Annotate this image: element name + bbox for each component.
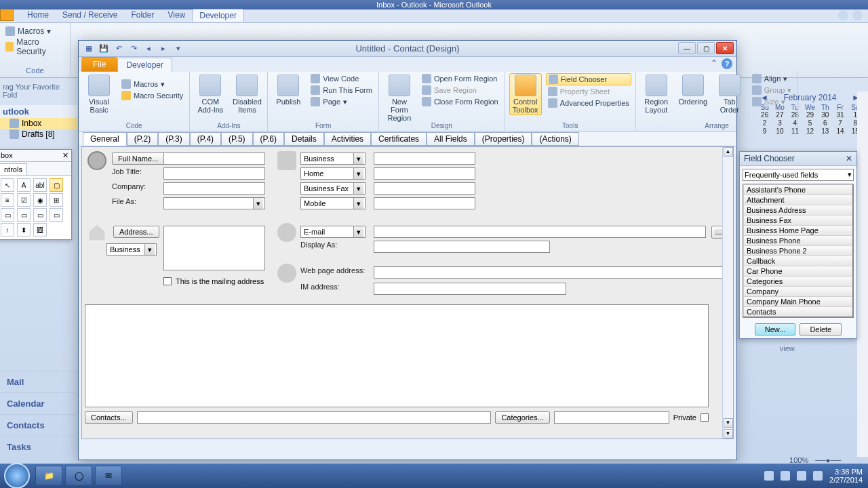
undo-icon[interactable]: ↶ [113,43,125,55]
qat-prev-icon[interactable]: ◂ [142,43,155,55]
field-category-dropdown[interactable]: Frequently-used fields [743,169,854,181]
form-page-tab[interactable]: Details [284,132,324,146]
tab-folder[interactable]: Folder [124,9,161,22]
frame-tool-icon[interactable]: ▭ [1,208,14,222]
new-field-button[interactable]: New... [755,323,796,336]
form-page-tab[interactable]: General [83,132,127,146]
form-page-tab[interactable]: (Actions) [532,132,578,146]
outlook-taskbar-icon[interactable]: ✉ [95,466,122,486]
form-page-tab[interactable]: (P.5) [221,132,252,146]
qat-next-icon[interactable]: ▸ [157,43,170,55]
toggle-tool-icon[interactable]: ⊞ [50,193,63,207]
tray-network-icon[interactable] [781,471,790,481]
favorites-placeholder[interactable]: rag Your Favorite Fold [0,80,77,102]
save-icon[interactable]: 💾 [98,43,110,55]
option-tool-icon[interactable]: ◉ [33,193,47,207]
scroll-up-icon[interactable]: ▲ [724,147,733,157]
macro-security-button[interactable]: Macro Security [119,90,185,101]
macro-security-button[interactable]: Macro Security [5,37,64,57]
scroll-down-icon[interactable]: ▼ [724,418,733,428]
new-form-region-button[interactable]: New Form Region [383,73,416,122]
web-address-input[interactable] [374,266,724,279]
field-item[interactable]: Business Fax [743,215,853,226]
nav-root[interactable]: utlook [0,105,77,118]
com-addins-button[interactable]: COM Add-Ins [194,73,226,114]
publish-button[interactable]: Publish [272,73,304,106]
cal-day[interactable]: 30 [818,111,832,119]
cal-day[interactable]: 12 [803,127,817,135]
form-page-tab[interactable]: All Fields [427,132,475,146]
windows-taskbar[interactable]: 📁 ◯ ✉ 3:38 PM 2/27/2014 [0,464,868,488]
mailing-address-checkbox[interactable] [163,277,172,285]
field-item[interactable]: Callback [743,256,853,266]
field-chooser-close-icon[interactable]: ✕ [846,154,852,163]
phone2-type-dropdown[interactable]: Home [300,167,366,180]
cal-day[interactable]: 13 [818,127,832,135]
minimize-button[interactable]: — [678,42,696,54]
size-dropdown[interactable]: Size ▾ [750,96,794,107]
company-input[interactable] [163,182,265,195]
notes-textarea[interactable] [85,304,709,407]
right-scrollbar[interactable] [857,92,868,457]
minimize-ribbon-icon[interactable] [838,10,848,20]
nav-contacts[interactable]: Contacts [0,414,77,436]
scrollbar-tool-icon[interactable]: ↕ [1,223,14,237]
contacts-button[interactable]: Contacts... [85,411,133,424]
close-button[interactable]: ✕ [716,42,734,54]
advanced-properties-button[interactable]: Advanced Properties [546,98,631,108]
full-name-input[interactable] [163,152,265,165]
controls-toolbox[interactable]: box✕ ntrols ↖ A abl ▢ ≡ ☑ ◉ ⊞ ▭ ▭ ▭ ▭ ↕ … [0,149,72,240]
display-as-input[interactable] [374,241,550,253]
field-item[interactable]: Business Home Page [743,225,853,236]
form-page-tab[interactable]: (Properties) [475,132,532,146]
tray-flag-icon[interactable] [764,471,774,481]
close-form-region-button[interactable]: Close Form Region [420,96,500,107]
region-layout-button[interactable]: Region Layout [640,73,673,114]
combobox-tool-icon[interactable]: ▢ [50,178,63,192]
phone2-input[interactable] [374,167,475,180]
tray-battery-icon[interactable] [813,471,823,481]
tabstrip-tool-icon[interactable]: ▭ [33,208,47,222]
tray-volume-icon[interactable] [797,471,806,481]
qat-customize-icon[interactable]: ▾ [172,43,184,55]
field-item[interactable]: Attachment [743,195,853,205]
cal-day[interactable]: 5 [803,119,817,127]
visual-basic-button[interactable]: Visual Basic [83,73,115,114]
form-page-tab[interactable]: (P.6) [253,132,284,146]
ordering-button[interactable]: Ordering [677,73,709,106]
field-item[interactable]: Business Phone [743,235,853,246]
canvas-scrollbar[interactable]: ▲ ▼ ▼ [722,147,733,439]
delete-field-button[interactable]: Delete [800,323,842,336]
tab-view[interactable]: View [161,9,192,22]
address-button[interactable]: Address... [113,226,159,238]
control-toolbox-button[interactable]: Control Toolbox [509,73,542,115]
phone4-type-dropdown[interactable]: Mobile [300,197,366,209]
nav-mail[interactable]: Mail [0,371,77,392]
open-form-region-button[interactable]: Open Form Region [420,73,500,84]
address-type-dropdown[interactable]: Business [106,243,157,256]
cal-day[interactable]: 6 [818,119,832,127]
image-tool-icon[interactable]: 🖼 [33,223,47,237]
macros-dropdown[interactable]: Macros ▾ [5,26,64,37]
contacts-input[interactable] [137,411,492,424]
run-form-button[interactable]: Run This Form [309,85,374,96]
field-item[interactable]: Car Phone [743,266,853,277]
property-sheet-button[interactable]: Property Sheet [546,86,631,97]
macros-button[interactable]: Macros ▾ [119,79,185,89]
email-input[interactable] [374,226,706,238]
job-title-input[interactable] [163,167,265,180]
multipage-tool-icon[interactable]: ▭ [50,208,63,222]
form-page-tab[interactable]: (P.2) [127,132,158,146]
contact-photo-icon[interactable] [87,151,106,170]
full-name-button[interactable]: Full Name... [112,152,164,165]
form-page-tab[interactable]: (P.4) [190,132,221,146]
nav-calendar[interactable]: Calendar [0,392,77,414]
scroll-down2-icon[interactable]: ▼ [724,429,733,439]
textbox-tool-icon[interactable]: abl [33,178,47,192]
cal-day[interactable]: 14 [833,127,847,135]
toolbox-tab-controls[interactable]: ntrols [0,163,27,175]
checkbox-tool-icon[interactable]: ☑ [17,193,31,207]
nav-tasks[interactable]: Tasks [0,436,77,458]
nav-drafts[interactable]: Drafts [8] [0,129,77,140]
address-textarea[interactable] [163,226,265,270]
